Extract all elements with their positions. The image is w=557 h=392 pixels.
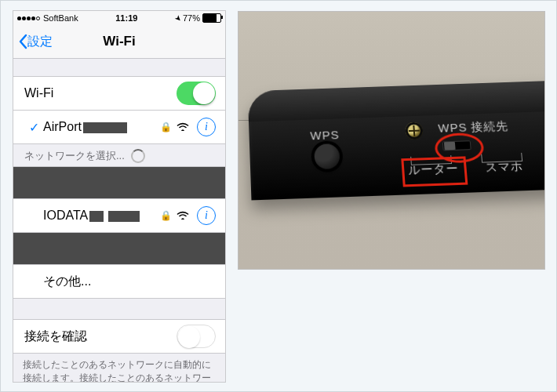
wps-label: WPS xyxy=(310,128,340,142)
wifi-icon xyxy=(177,121,189,133)
other-network-row[interactable]: その他... xyxy=(13,265,225,299)
network-row-redacted-2[interactable] xyxy=(13,233,225,265)
router-body: WPS WPS 接続先 ルーター スマホ xyxy=(248,80,545,200)
router-photo: WPS WPS 接続先 ルーター スマホ xyxy=(238,11,545,270)
network-row-iodata[interactable]: IODATA 🔒 i xyxy=(13,199,225,233)
ask-footer-note: 接続したことのあるネットワークに自動的に接続します。接続したことのあるネットワー… xyxy=(13,354,225,383)
wifi-toggle-row[interactable]: Wi-Fi xyxy=(13,76,225,111)
connected-network-row[interactable]: ✓ AirPort 🔒 i xyxy=(13,111,225,144)
signal-dots-icon xyxy=(17,16,40,20)
battery-percent: 77% xyxy=(183,13,200,23)
info-icon[interactable]: i xyxy=(197,118,216,136)
spinner-icon xyxy=(131,149,145,163)
checkmark-icon: ✓ xyxy=(24,120,43,135)
choose-network-header: ネットワークを選択... xyxy=(13,144,225,166)
wps-button[interactable] xyxy=(314,143,340,169)
other-label: その他... xyxy=(43,274,216,290)
ios-settings-screenshot: SoftBank 11:19 ➤ 77% 設定 Wi-Fi Wi-Fi ✓ Ai… xyxy=(13,10,226,383)
info-icon[interactable]: i xyxy=(197,206,216,225)
wps-dest-label: WPS 接続先 xyxy=(438,119,509,136)
network-name: IODATA xyxy=(43,209,160,223)
lock-icon: 🔒 xyxy=(160,210,172,221)
battery-icon xyxy=(202,13,221,23)
connected-network-name: AirPort xyxy=(43,120,160,134)
lock-icon: 🔒 xyxy=(160,122,172,132)
annotation-rect xyxy=(401,156,468,187)
clock: 11:19 xyxy=(78,13,175,23)
status-bar: SoftBank 11:19 ➤ 77% xyxy=(13,11,225,25)
back-label: 設定 xyxy=(27,34,53,50)
ask-switch[interactable] xyxy=(177,325,216,348)
wifi-switch[interactable] xyxy=(177,82,216,105)
mode-phone-label: スマホ xyxy=(485,159,524,176)
screw-icon xyxy=(405,122,423,140)
ask-label: 接続を確認 xyxy=(24,328,177,345)
wifi-icon xyxy=(177,209,189,222)
wifi-toggle-label: Wi-Fi xyxy=(24,86,177,100)
ask-to-join-row[interactable]: 接続を確認 xyxy=(13,319,225,354)
nav-bar: 設定 Wi-Fi xyxy=(13,25,225,59)
back-button[interactable]: 設定 xyxy=(13,34,53,50)
carrier-label: SoftBank xyxy=(43,13,78,23)
network-row-redacted-1[interactable] xyxy=(13,166,225,199)
chevron-left-icon xyxy=(18,34,27,49)
